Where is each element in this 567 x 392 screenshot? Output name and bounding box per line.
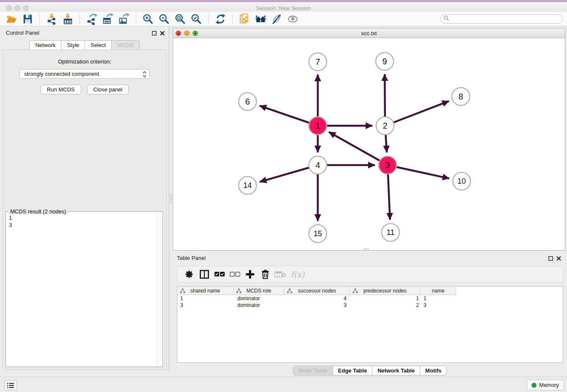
table-row[interactable]: 1dominator411 [177,295,563,302]
zoom-selected-icon[interactable] [189,13,204,25]
tab-network[interactable]: Network [29,40,61,50]
graph-node[interactable]: 1 [309,117,327,135]
tab-node-table[interactable]: Node Table [293,366,333,375]
tab-style[interactable]: Style [61,40,85,50]
graph-node[interactable]: 4 [309,156,327,174]
optimization-criterion-select[interactable]: strongly connected component [19,69,150,79]
chevron-up-down-icon [142,71,147,80]
tab-motifs[interactable]: Motifs [420,366,447,375]
import-network-icon[interactable] [44,13,59,25]
column-header-shared-name[interactable]: shared name [177,287,234,295]
graph-node-label: 6 [245,97,250,106]
column-header-predecessor-nodes[interactable]: predecessor nodes [350,287,421,295]
tab-edge-table[interactable]: Edge Table [333,366,372,375]
zoom-in-icon[interactable] [141,13,155,25]
tab-select[interactable]: Select [85,40,112,50]
table-cell[interactable]: dominator [234,295,284,302]
deselect-all-columns-icon[interactable] [227,268,242,281]
table-row[interactable]: 3dominator323 [177,302,563,309]
hide-selected-eye-icon[interactable] [286,13,300,25]
table-cell[interactable]: 1 [350,295,421,302]
close-panel-icon[interactable] [556,255,561,262]
hierarchy-icon [180,288,185,295]
tab-mcds[interactable]: MCDS [111,40,139,50]
column-header-name[interactable]: name [421,287,456,295]
first-neighbors-icon[interactable] [253,13,268,25]
open-file-icon[interactable] [4,13,19,25]
save-session-icon[interactable] [20,13,35,25]
network-zoom-button[interactable]: + [193,30,198,36]
float-panel-icon[interactable] [548,255,553,262]
table-cell[interactable]: 3 [284,302,350,309]
panel-splitter-handle[interactable] [169,194,172,203]
graph-node-label: 2 [383,121,387,130]
table-settings-gear-icon[interactable] [182,268,197,281]
graph-node[interactable]: 10 [453,172,471,190]
table-header-row: shared name MCDS role successor nodes pr… [177,287,456,295]
zoom-fit-icon[interactable] [173,13,187,25]
graph-node[interactable]: 9 [376,52,394,70]
list-icon [7,382,14,389]
main-toolbar [0,12,567,26]
split-columns-icon[interactable] [197,268,212,281]
table-cell[interactable]: 3 [177,302,234,309]
function-builder-icon[interactable]: f(x) [291,270,305,279]
table-cell[interactable]: 2 [350,302,421,309]
table-tabs: Node Table Edge Table Network Table Moti… [173,366,567,375]
network-canvas[interactable]: 7968124314101511 [173,38,565,250]
mcds-result-group: MCDS result (2 nodes) 1 3 [6,211,163,367]
mcds-result-text[interactable]: 1 3 [9,214,155,365]
select-all-columns-icon[interactable] [212,268,227,281]
network-close-button[interactable]: x [176,30,181,36]
graph-node[interactable]: 14 [239,177,256,194]
table-cell[interactable]: dominator [234,302,284,309]
graph-node[interactable]: 3 [379,156,396,174]
network-window-titlebar[interactable]: scc.txt x - + [173,28,565,38]
memory-button[interactable]: Memory [527,380,564,390]
table-cell[interactable]: 4 [284,295,350,302]
network-from-selection-icon[interactable] [237,13,252,25]
task-history-button[interactable] [4,380,17,390]
add-column-icon[interactable] [242,268,258,281]
table-cell[interactable]: 1 [421,295,456,302]
graph-node[interactable]: 6 [239,93,256,110]
graph-edge[interactable] [385,101,449,126]
network-minimize-button[interactable]: - [184,30,190,36]
graph-node[interactable]: 7 [309,53,327,71]
graph-edge[interactable] [388,165,449,179]
graph-node[interactable]: 15 [309,225,327,243]
hierarchy-icon [236,288,242,295]
search-input[interactable] [440,14,563,24]
table-cell[interactable]: 1 [177,295,234,302]
import-table-icon[interactable] [61,13,75,25]
zoom-out-icon[interactable] [157,13,171,25]
graph-edge[interactable] [329,132,388,165]
graph-node[interactable]: 8 [452,88,470,105]
graph-node[interactable]: 2 [376,117,394,135]
close-panel-button[interactable]: Close panel [87,85,129,94]
column-header-mcds-role[interactable]: MCDS role [234,287,284,295]
export-table-icon[interactable] [101,13,115,25]
export-image-icon[interactable] [117,13,131,25]
graph-node-label: 14 [243,181,252,190]
tab-network-table[interactable]: Network Table [372,366,420,375]
graph-node[interactable]: 11 [382,224,399,241]
table-cell[interactable]: 3 [421,302,456,309]
control-panel: Control Panel Network Style Select MCDS … [0,26,169,372]
run-mcds-button[interactable]: Run MCDS [41,85,81,94]
control-panel-title: Control Panel [6,30,39,36]
float-panel-icon[interactable] [152,30,157,37]
toolbar-separator [136,14,136,25]
toolbar-separator [39,14,40,25]
column-header-successor-nodes[interactable]: successor nodes [284,287,350,295]
export-network-icon[interactable] [85,13,99,25]
network-graph: 7968124314101511 [173,38,565,250]
close-panel-icon[interactable] [160,30,165,37]
horizontal-splitter-handle[interactable] [364,248,369,251]
delete-column-trash-icon[interactable] [258,268,273,281]
result-scrollbar[interactable] [157,212,162,366]
graphics-details-icon[interactable] [270,13,284,25]
toolbar-separator [208,14,209,25]
delete-table-icon[interactable] [273,268,288,281]
refresh-layout-icon[interactable] [213,13,228,25]
